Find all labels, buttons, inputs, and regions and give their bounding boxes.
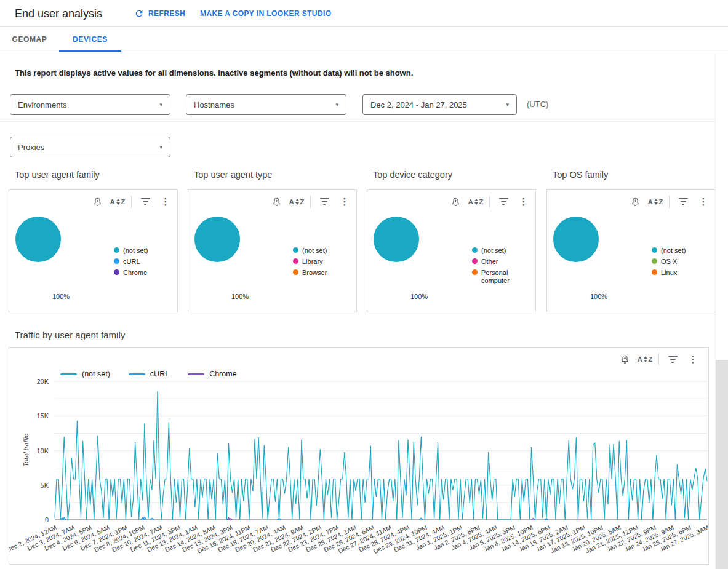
donut-legend: (not set)OS XLinux [652, 247, 713, 277]
legend-label: Linux [661, 269, 677, 277]
legend-item: Chrome [114, 269, 175, 277]
refresh-icon [134, 9, 144, 18]
more-options-icon[interactable]: ⋮ [338, 195, 351, 209]
add-alert-icon[interactable] [90, 195, 104, 209]
proxies-filter[interactable]: Proxies ▾ [10, 137, 170, 157]
donut-title: Top user agent type [194, 170, 358, 189]
timeseries-title: Traffic by user agent family [15, 330, 125, 340]
date-range-filter[interactable]: Dec 2, 2024 - Jan 27, 2025 ▾ [362, 94, 517, 115]
filter-icon[interactable] [318, 195, 331, 209]
sort-letter-a: A [110, 198, 115, 205]
more-options-icon[interactable]: ⋮ [517, 195, 530, 209]
donut-ring[interactable] [374, 217, 419, 262]
sort-letter-z: Z [121, 198, 126, 205]
legend-item: (not set) [293, 247, 354, 255]
legend-label: Library [302, 258, 323, 266]
legend-item: (not set) [114, 247, 175, 255]
donut-chart-block: Top device category A Z [367, 170, 537, 312]
legend-item: Browser [293, 269, 354, 277]
chevron-down-icon: ▾ [159, 101, 162, 108]
tab-devices[interactable]: DEVICES [59, 27, 121, 52]
sort-letter-a: A [648, 198, 653, 205]
refresh-button[interactable]: REFRESH [134, 0, 185, 27]
sort-az-icon[interactable]: A Z [649, 195, 662, 209]
toolbar-divider [669, 196, 670, 208]
filter-label: Environments [18, 100, 66, 109]
sort-arrows [474, 199, 478, 205]
donut-ring[interactable] [553, 217, 599, 262]
donut-ring[interactable] [194, 217, 240, 262]
legend-color-dot [114, 258, 119, 264]
add-alert-icon[interactable] [628, 195, 642, 209]
sort-arrows [295, 199, 299, 205]
legend-label: Personal computer [481, 269, 534, 285]
legend-color-dot [472, 269, 478, 275]
filter-row-divider [0, 121, 714, 122]
donut-title: Top device category [373, 170, 537, 189]
filter-label: Dec 2, 2024 - Jan 27, 2025 [370, 100, 467, 109]
scrollbar-thumb[interactable] [716, 360, 728, 569]
filter-icon[interactable] [497, 195, 510, 209]
donut-slice-label: 100% [41, 293, 81, 300]
filter-icon[interactable] [138, 195, 152, 209]
legend-color-dot [472, 258, 478, 264]
sort-az-icon[interactable]: A Z [469, 195, 482, 209]
header: End user analysis REFRESH MAKE A COPY IN… [0, 0, 728, 27]
legend-item: Other [472, 258, 534, 266]
legend-label: (not set) [302, 247, 327, 255]
timeseries-chart-card: A Z ⋮ (not set)cURLChrome Total traffic … [9, 347, 709, 565]
donut-title: Top user agent family [15, 170, 179, 189]
legend-color-dot [114, 269, 119, 275]
sort-az-icon[interactable]: A Z [290, 195, 303, 209]
legend-color-dot [652, 247, 657, 253]
make-a-copy-button[interactable]: MAKE A COPY IN LOOKER STUDIO [200, 0, 331, 27]
sort-letter-a: A [468, 198, 473, 205]
tabbar-divider [0, 52, 728, 52]
add-alert-icon[interactable] [270, 195, 283, 209]
report-page: End user analysis REFRESH MAKE A COPY IN… [0, 0, 728, 569]
page-title: End user analysis [15, 0, 102, 27]
legend-color-dot [114, 247, 119, 253]
legend-item: Personal computer [472, 269, 534, 285]
vertical-scrollbar [715, 53, 728, 569]
chart-toolbar: A Z ⋮ [449, 195, 530, 209]
filter-icon[interactable] [676, 195, 690, 209]
chart-toolbar: A Z ⋮ [270, 195, 351, 209]
donut-ring[interactable] [15, 217, 61, 262]
donut-title: Top OS family [553, 170, 717, 189]
tab-geomap[interactable]: GEOMAP [0, 27, 59, 52]
chevron-down-icon: ▾ [506, 101, 509, 108]
legend-item: (not set) [652, 247, 713, 255]
report-note: This report displays active values for a… [15, 68, 413, 78]
legend-label: Chrome [123, 269, 147, 277]
donut-legend: (not set)cURLChrome [114, 247, 175, 277]
legend-label: OS X [661, 258, 677, 266]
donut-chart-card: A Z ⋮ 100% (not set)cURLChrome [9, 189, 178, 312]
sort-arrows [654, 199, 658, 205]
donut-slice-label: 100% [399, 293, 439, 300]
legend-label: (not set) [481, 247, 506, 255]
timezone-label: (UTC) [527, 94, 548, 115]
more-options-icon[interactable]: ⋮ [159, 195, 172, 209]
donut-slice-label: 100% [579, 293, 618, 300]
x-ticks: Dec 2, 2024, 12AMDec 3, 2024, 7AMDec 4, … [9, 348, 708, 565]
legend-label: Other [481, 258, 498, 266]
donut-chart-block: Top OS family A Z [546, 170, 717, 312]
sort-az-icon[interactable]: A Z [111, 195, 124, 209]
chart-toolbar: A Z ⋮ [90, 195, 172, 209]
hostnames-filter[interactable]: Hostnames ▾ [186, 94, 346, 115]
donut-chart-card: A Z ⋮ 100% (not set)OtherPersonal comput… [367, 189, 536, 312]
more-options-icon[interactable]: ⋮ [697, 195, 710, 209]
refresh-label: REFRESH [148, 9, 185, 18]
legend-item: cURL [114, 258, 175, 266]
donut-chart-block: Top user agent type A Z [188, 170, 358, 312]
add-alert-icon[interactable] [449, 195, 462, 209]
toolbar-divider [489, 196, 490, 208]
toolbar-divider [131, 196, 132, 208]
legend-label: (not set) [661, 247, 686, 255]
legend-label: Browser [302, 269, 327, 277]
donut-chart-card: A Z ⋮ 100% (not set)LibraryBrowser [188, 189, 357, 312]
environments-filter[interactable]: Environments ▾ [10, 94, 170, 115]
chart-toolbar: A Z ⋮ [628, 195, 710, 209]
legend-item: Linux [652, 269, 713, 277]
